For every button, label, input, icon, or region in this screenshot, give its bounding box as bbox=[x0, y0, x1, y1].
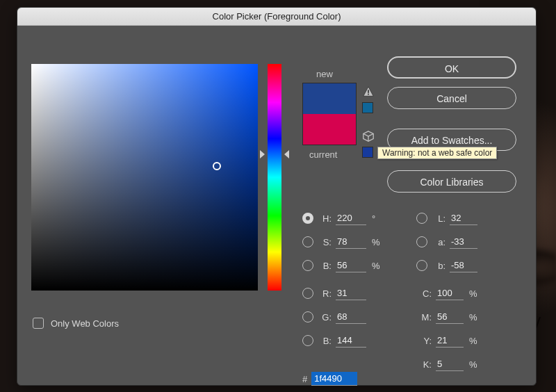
swatch-new-color[interactable] bbox=[303, 83, 356, 114]
radio-a[interactable] bbox=[416, 236, 427, 247]
input-r[interactable] bbox=[336, 286, 366, 300]
unit-s: % bbox=[372, 237, 380, 247]
svg-rect-2 bbox=[368, 94, 369, 95]
radio-l[interactable] bbox=[416, 213, 427, 224]
swatch-current-color[interactable] bbox=[303, 114, 356, 145]
color-field-cursor bbox=[213, 162, 221, 170]
label-s: S: bbox=[318, 237, 332, 247]
color-picker-dialog: Color Picker (Foreground Color) new curr… bbox=[17, 7, 537, 386]
swatch-label-new: new bbox=[316, 69, 333, 79]
unit-k: % bbox=[469, 359, 477, 370]
color-libraries-button[interactable]: Color Libraries bbox=[387, 170, 516, 193]
hue-slider[interactable] bbox=[268, 64, 281, 291]
input-hsb-b[interactable] bbox=[336, 259, 366, 272]
unit-h: ° bbox=[372, 213, 375, 224]
only-web-colors-checkbox[interactable] bbox=[33, 318, 44, 329]
websafe-warning-icon[interactable] bbox=[362, 130, 375, 142]
input-a[interactable] bbox=[450, 235, 477, 249]
radio-r[interactable] bbox=[302, 288, 313, 299]
input-y[interactable] bbox=[436, 334, 464, 348]
radio-h[interactable] bbox=[302, 213, 313, 224]
unit-y: % bbox=[469, 336, 477, 346]
input-c[interactable] bbox=[436, 286, 464, 300]
label-a: a: bbox=[432, 237, 445, 247]
label-l: L: bbox=[432, 213, 445, 224]
input-s[interactable] bbox=[336, 235, 366, 249]
input-h[interactable] bbox=[336, 211, 366, 225]
input-m[interactable] bbox=[436, 310, 464, 324]
websafe-tooltip: Warning: not a web safe color bbox=[377, 147, 497, 159]
only-web-colors-label: Only Web Colors bbox=[51, 318, 119, 329]
label-h: H: bbox=[318, 213, 332, 224]
label-rgb-b: B: bbox=[318, 336, 332, 346]
radio-lab-b[interactable] bbox=[416, 260, 427, 271]
input-k[interactable] bbox=[436, 357, 464, 371]
svg-rect-1 bbox=[368, 90, 369, 93]
input-g[interactable] bbox=[336, 310, 366, 324]
radio-hsb-b[interactable] bbox=[302, 260, 313, 271]
radio-s[interactable] bbox=[302, 236, 313, 247]
color-field[interactable] bbox=[31, 64, 258, 291]
color-swatch bbox=[302, 83, 357, 145]
dialog-title: Color Picker (Foreground Color) bbox=[17, 8, 536, 26]
ok-button[interactable]: OK bbox=[387, 56, 516, 79]
label-m: M: bbox=[416, 312, 432, 322]
swatch-label-current: current bbox=[309, 149, 337, 160]
gamut-warning-icon[interactable] bbox=[362, 85, 375, 98]
label-lab-b: b: bbox=[432, 261, 445, 271]
input-l[interactable] bbox=[450, 211, 477, 225]
label-c: C: bbox=[416, 288, 432, 299]
radio-rgb-b[interactable] bbox=[302, 335, 313, 346]
websafe-warning-swatch[interactable] bbox=[362, 147, 373, 158]
input-rgb-b[interactable] bbox=[336, 334, 366, 348]
label-k: K: bbox=[416, 359, 432, 370]
cancel-button[interactable]: Cancel bbox=[387, 87, 516, 109]
label-r: R: bbox=[318, 288, 332, 299]
unit-hsb-b: % bbox=[372, 261, 380, 271]
label-hsb-b: B: bbox=[318, 261, 332, 271]
unit-m: % bbox=[469, 312, 477, 322]
label-hex: # bbox=[302, 374, 307, 384]
input-hex[interactable] bbox=[311, 372, 357, 386]
label-g: G: bbox=[318, 312, 332, 322]
input-lab-b[interactable] bbox=[450, 259, 477, 272]
gamut-warning-swatch[interactable] bbox=[362, 102, 373, 113]
label-y: Y: bbox=[416, 336, 432, 346]
unit-c: % bbox=[469, 288, 477, 299]
radio-g[interactable] bbox=[302, 311, 313, 322]
